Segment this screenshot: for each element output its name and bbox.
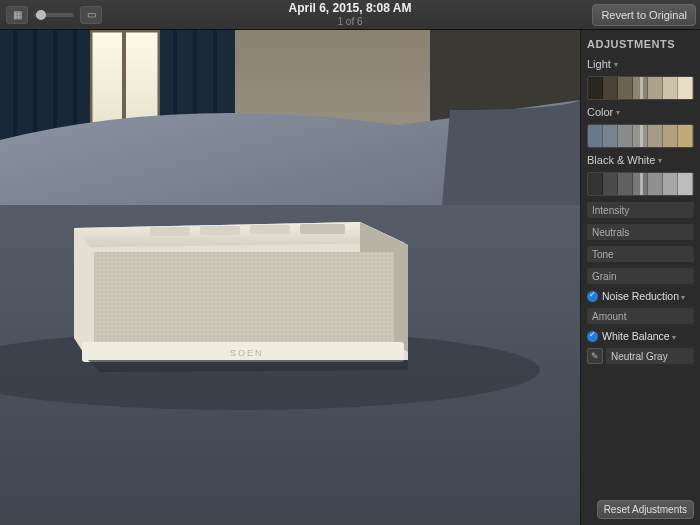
- white-balance-label: White Balance: [602, 330, 676, 342]
- bw-neutrals-slider[interactable]: Neutrals: [587, 224, 694, 240]
- eyedropper-button[interactable]: ✎: [587, 348, 603, 364]
- svg-rect-26: [300, 224, 345, 234]
- svg-rect-25: [250, 225, 290, 234]
- svg-rect-24: [200, 226, 240, 235]
- section-color[interactable]: Color: [587, 106, 694, 118]
- white-balance-checkbox[interactable]: [587, 331, 598, 342]
- bw-grain-slider[interactable]: Grain: [587, 268, 694, 284]
- adjustments-title: ADJUSTMENTS: [587, 38, 694, 50]
- svg-rect-23: [150, 227, 190, 236]
- section-light[interactable]: Light: [587, 58, 694, 70]
- toolbar: ▦ ▭ April 6, 2015, 8:08 AM 1 of 6 Revert…: [0, 0, 700, 30]
- grid-view-button[interactable]: ▦: [6, 6, 28, 24]
- light-strip[interactable]: [587, 76, 694, 100]
- section-bw[interactable]: Black & White: [587, 154, 694, 166]
- color-strip[interactable]: [587, 124, 694, 148]
- photo-date-title: April 6, 2015, 8:08 AM: [289, 2, 412, 16]
- revert-to-original-button[interactable]: Revert to Original: [592, 4, 696, 26]
- zoom-slider[interactable]: [34, 13, 74, 17]
- photo-canvas[interactable]: SOEN: [0, 30, 580, 525]
- photo-image: SOEN: [0, 30, 580, 525]
- noise-reduction-label: Noise Reduction: [602, 290, 685, 302]
- adjustments-sidebar: ADJUSTMENTS Light Color Black & White In…: [580, 30, 700, 525]
- white-balance-row[interactable]: White Balance: [587, 330, 694, 342]
- single-view-button[interactable]: ▭: [80, 6, 102, 24]
- noise-amount-slider[interactable]: Amount: [587, 308, 694, 324]
- svg-rect-21: [94, 252, 394, 344]
- bw-tone-slider[interactable]: Tone: [587, 246, 694, 262]
- bw-strip[interactable]: [587, 172, 694, 196]
- noise-reduction-row[interactable]: Noise Reduction: [587, 290, 694, 302]
- main-area: SOEN ADJUSTMENTS Light Color Black & Whi…: [0, 30, 700, 525]
- svg-marker-28: [88, 360, 408, 372]
- toolbar-title-group: April 6, 2015, 8:08 AM 1 of 6: [289, 2, 412, 27]
- white-balance-value[interactable]: Neutral Gray: [606, 348, 694, 364]
- noise-reduction-checkbox[interactable]: [587, 291, 598, 302]
- bw-intensity-slider[interactable]: Intensity: [587, 202, 694, 218]
- svg-text:SOEN: SOEN: [230, 348, 264, 358]
- reset-adjustments-button[interactable]: Reset Adjustments: [597, 500, 694, 519]
- toolbar-left: ▦ ▭: [0, 6, 102, 24]
- photo-index-subtitle: 1 of 6: [289, 16, 412, 28]
